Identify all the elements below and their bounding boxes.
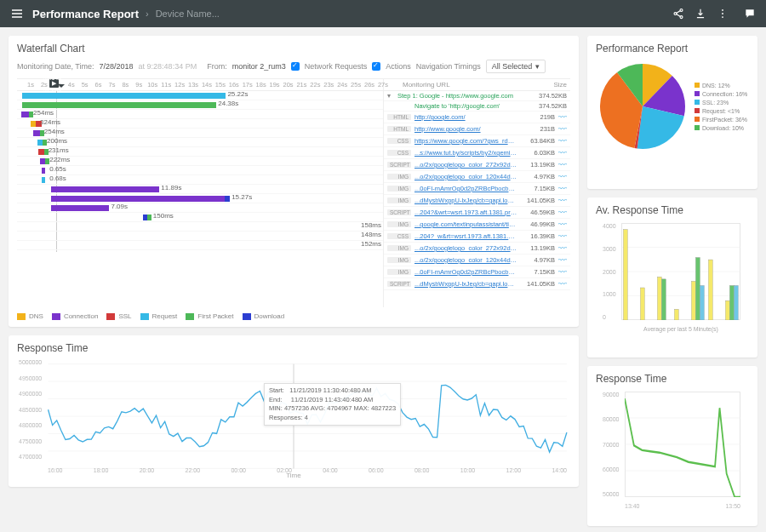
request-row[interactable]: SCRIPT...o/2x/googlelogo_color_272x92dp.… (384, 159, 570, 171)
request-row[interactable]: IMG...o/2x/googlelogo_color_120x44dp.png… (384, 255, 570, 266)
avg-xlabel: Average per last 5 Minute(s) (621, 326, 740, 332)
svg-rect-19 (623, 230, 627, 320)
svg-point-3 (722, 9, 723, 11)
pie-chart[interactable] (596, 60, 689, 153)
label-network-requests: Network Requests (305, 62, 368, 71)
filter-from-label: From: (207, 62, 227, 71)
waterfall-row[interactable]: 148ms (17, 232, 383, 241)
waterfall-row[interactable]: 7.09s (17, 203, 383, 213)
request-row[interactable]: IMG...o/2x/googlelogo_color_120x44dp.png… (384, 171, 570, 183)
svg-rect-25 (725, 300, 729, 320)
top-bar: Performance Report › Device Name... (0, 0, 766, 27)
column-header-url: Monitoring URL (403, 81, 450, 89)
request-row[interactable]: SCRIPT...204?&wrt=wsrt.1973.aft.1381.prt… (384, 207, 570, 219)
menu-icon[interactable] (9, 5, 26, 22)
waterfall-filters: Monitoring Date, Time: 7/28/2018 at 9:28… (17, 60, 570, 73)
svg-rect-21 (657, 277, 661, 320)
waterfall-row[interactable]: 254ms (17, 129, 383, 138)
svg-rect-27 (695, 258, 700, 320)
request-row[interactable]: HTMLhttp://www.google.com/231B〰 (384, 123, 570, 135)
comment-icon[interactable] (742, 6, 757, 21)
waterfall-row[interactable]: 0.65s (17, 166, 383, 175)
waterfall-card: Waterfall Chart Monitoring Date, Time: 7… (9, 36, 579, 327)
request-row[interactable]: Navigate to 'http://google.com'374.52KB (384, 101, 570, 112)
rtmini-chart[interactable]: 9000080000700006000050000 13:4013:50 (601, 390, 744, 509)
waterfall-row[interactable]: 158ms (17, 222, 383, 232)
more-icon[interactable] (715, 6, 730, 21)
svg-rect-29 (700, 285, 704, 320)
rtmini-title: Response Time (596, 373, 749, 385)
column-header-size: Size (553, 81, 567, 89)
filter-time: at 9:28:48:34 PM (139, 62, 197, 71)
pie-title: Performance Report (596, 43, 749, 54)
request-row[interactable]: IMG...o/2x/googlelogo_color_272x92dp.png… (384, 243, 570, 255)
svg-rect-30 (734, 285, 738, 320)
waterfall-row[interactable]: 15.27s (17, 194, 383, 203)
waterfall-title: Waterfall Chart (17, 43, 570, 54)
page-title: Performance Report (32, 8, 139, 20)
label-nav-timings: Navigation Timings (416, 62, 481, 71)
waterfall-request-list: Monitoring URL Size ▾Step 1: Google - ht… (383, 79, 570, 307)
response-time-tooltip: Start: 11/21/2019 11:30:40:480 AM End: 1… (264, 383, 401, 426)
svg-rect-23 (691, 281, 695, 320)
waterfall-row[interactable]: 11.89s (17, 185, 383, 194)
request-row[interactable]: SCRIPT...dMysbWxppU-lxJeg/cb=gapi.loaded… (384, 278, 570, 290)
waterfall-row[interactable]: 150ms (17, 213, 383, 222)
waterfall-row[interactable]: 24.38s (17, 100, 383, 110)
waterfall-bars: 25.22s24.38s254ms324ms254ms200ms231ms222… (17, 91, 383, 250)
filter-from-value[interactable]: monitor 2_rum3 (232, 62, 286, 71)
breadcrumb-chevron-icon: › (146, 9, 149, 19)
response-time-title: Response Time (17, 342, 570, 354)
filter-datetime-label: Monitoring Date, Time: (17, 62, 94, 71)
svg-rect-26 (661, 279, 666, 320)
request-row[interactable]: IMG...0oFI-mAmrOg0d2pZRBcPbocbnz6iNg7.15… (384, 266, 570, 278)
request-row[interactable]: CSShttps://www.google.com/?gws_rd=ssl63.… (384, 135, 570, 147)
waterfall-row[interactable]: 222ms (17, 157, 383, 166)
waterfall-row[interactable]: 231ms (17, 147, 383, 157)
avg-bar-chart[interactable]: 40003000200010000 Average per last 5 Min… (601, 221, 744, 332)
waterfall-chart[interactable]: 1s2s3s4s5s6s7s8s9s10s11s12s13s14s15s16s1… (17, 79, 383, 307)
svg-rect-28 (729, 285, 734, 320)
pie-legend: DNS: 12%Connection: 16%SSL: 23%Request: … (695, 83, 747, 131)
svg-point-4 (722, 13, 723, 14)
filter-date[interactable]: 7/28/2018 (100, 62, 134, 71)
request-row[interactable]: CSS...s://www.tut.by/scripts/by2/xgemius… (384, 147, 570, 159)
request-row[interactable]: IMG...0oFI-mAmrOg0d2pZRBcPbocbnz6iNg7.15… (384, 183, 570, 195)
request-row[interactable]: ▾Step 1: Google - https://www.google.com… (384, 91, 570, 101)
waterfall-row[interactable]: 200ms (17, 138, 383, 147)
svg-rect-20 (640, 288, 644, 320)
download-icon[interactable] (693, 6, 708, 21)
request-row[interactable]: IMG...dMysbWxppU-lxJeg/cb=gapi.loaded_01… (384, 195, 570, 207)
waterfall-legend: DNSConnectionSSLRequestFirst PacketDownl… (17, 312, 570, 320)
svg-point-5 (722, 16, 723, 18)
checkbox-actions[interactable] (372, 62, 380, 71)
waterfall-row[interactable]: 25.22s (17, 91, 383, 100)
chevron-down-icon: ▾ (535, 62, 540, 71)
share-icon[interactable] (671, 6, 686, 21)
response-time-card: Response Time 50000004950000490000048500… (9, 335, 579, 487)
avg-title: Av. Response Time (596, 204, 749, 216)
checkbox-network-requests[interactable] (291, 62, 300, 71)
dropdown-nav-timings[interactable]: All Selected▾ (486, 60, 546, 73)
breadcrumb-device[interactable]: Device Name... (156, 9, 220, 19)
response-time-chart[interactable]: 5000000495000049000004850000480000047500… (17, 359, 570, 473)
request-row[interactable]: CSS...204?_w&rt=wsrt.1973.aft.1381.prt.3… (384, 231, 570, 243)
label-actions: Actions (386, 62, 411, 71)
waterfall-row[interactable]: 152ms (17, 241, 383, 250)
waterfall-time-axis: 1s2s3s4s5s6s7s8s9s10s11s12s13s14s15s16s1… (17, 79, 383, 91)
request-row[interactable]: HTMLhttp://google.com/219B〰 (384, 112, 570, 123)
waterfall-row[interactable]: 254ms (17, 110, 383, 119)
response-time-mini-card: Response Time 9000080000700006000050000 … (587, 366, 757, 526)
waterfall-row[interactable]: 0.68s (17, 175, 383, 185)
request-row[interactable]: IMG...google.com/textinputassistant/tia.… (384, 219, 570, 231)
waterfall-row[interactable]: 324ms (17, 119, 383, 129)
avg-response-card: Av. Response Time 40003000200010000 Aver… (587, 197, 757, 358)
svg-rect-24 (708, 260, 712, 320)
waterfall-playhead-tooltip[interactable]: ▶ 57.14s - 57.26s (49, 79, 59, 88)
svg-rect-22 (674, 309, 678, 320)
performance-pie-card: Performance Report DNS: 12%Connection: 1… (587, 36, 757, 189)
